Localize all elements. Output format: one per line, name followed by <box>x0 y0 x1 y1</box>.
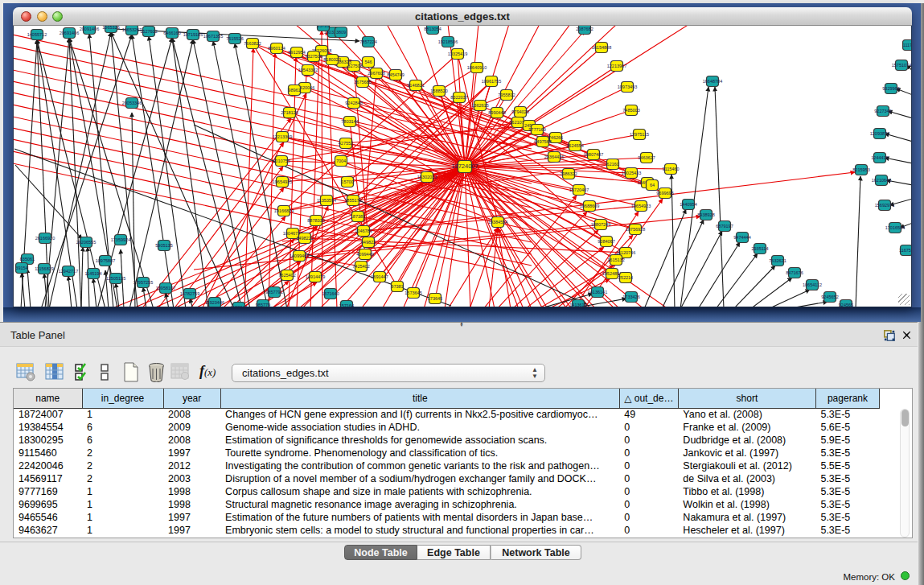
svg-text:1362615: 1362615 <box>471 103 488 108</box>
svg-text:2087682: 2087682 <box>576 27 593 31</box>
svg-text:19654923: 19654923 <box>631 204 651 208</box>
svg-text:12093872: 12093872 <box>870 131 889 136</box>
svg-text:7986322: 7986322 <box>560 171 577 176</box>
svg-text:8215953: 8215953 <box>852 167 869 172</box>
svg-text:15723: 15723 <box>317 26 329 28</box>
svg-text:10543382: 10543382 <box>298 68 318 72</box>
svg-text:14136141: 14136141 <box>588 290 607 295</box>
svg-text:16648784: 16648784 <box>703 79 722 84</box>
svg-text:10975887: 10975887 <box>96 258 115 263</box>
svg-text:1046789: 1046789 <box>355 229 372 233</box>
svg-text:6497568: 6497568 <box>534 139 551 144</box>
svg-text:9463627: 9463627 <box>638 155 655 160</box>
svg-text:1733426: 1733426 <box>622 295 639 299</box>
svg-text:1691447: 1691447 <box>371 274 388 279</box>
svg-text:11923446: 11923446 <box>205 300 224 305</box>
svg-text:12213369: 12213369 <box>273 134 292 139</box>
svg-text:10653267: 10653267 <box>122 27 142 32</box>
svg-text:20206555: 20206555 <box>76 240 96 245</box>
svg-text:10961755: 10961755 <box>482 79 501 84</box>
svg-text:835061: 835061 <box>20 257 35 262</box>
svg-text:949822: 949822 <box>361 240 376 245</box>
svg-text:9327509: 9327509 <box>305 54 322 59</box>
svg-text:546: 546 <box>364 60 372 64</box>
svg-text:9777169: 9777169 <box>528 127 545 132</box>
svg-text:62160: 62160 <box>606 162 618 167</box>
svg-text:7632621: 7632621 <box>769 258 786 263</box>
svg-text:1065326: 1065326 <box>102 26 119 30</box>
svg-text:10025433: 10025433 <box>622 171 641 175</box>
svg-text:6879197: 6879197 <box>716 224 733 229</box>
svg-text:10973493: 10973493 <box>618 84 637 89</box>
svg-text:97381: 97381 <box>391 284 403 289</box>
svg-text:5905135: 5905135 <box>155 243 172 248</box>
svg-text:7515526: 7515526 <box>226 36 243 41</box>
svg-text:64: 64 <box>650 183 655 187</box>
svg-text:10671355: 10671355 <box>203 34 223 39</box>
svg-text:2718126: 2718126 <box>281 110 298 115</box>
svg-text:19166829: 19166829 <box>274 208 294 213</box>
svg-text:10688609: 10688609 <box>580 204 599 208</box>
svg-text:11156829: 11156829 <box>35 266 54 271</box>
svg-text:18807249: 18807249 <box>591 222 610 227</box>
svg-text:26166920: 26166920 <box>35 236 55 241</box>
svg-text:13325419: 13325419 <box>448 51 467 56</box>
svg-text:8180323: 8180323 <box>323 57 340 62</box>
svg-text:8471676: 8471676 <box>786 270 803 275</box>
svg-text:7004: 7004 <box>336 159 346 163</box>
svg-text:18640910: 18640910 <box>467 65 487 70</box>
svg-text:9084067: 9084067 <box>598 239 614 244</box>
svg-text:16154808: 16154808 <box>592 45 611 50</box>
svg-text:9857791: 9857791 <box>265 290 282 295</box>
svg-text:2967608: 2967608 <box>368 71 384 76</box>
svg-text:12505135: 12505135 <box>106 276 125 281</box>
svg-text:7803144: 7803144 <box>341 119 358 124</box>
svg-text:39154: 39154 <box>15 266 27 270</box>
svg-text:7663822: 7663822 <box>244 41 261 46</box>
svg-text:1527602: 1527602 <box>140 29 157 34</box>
svg-text:10654112: 10654112 <box>803 282 822 287</box>
svg-text:8938928: 8938928 <box>697 212 714 217</box>
svg-text:10807487: 10807487 <box>584 152 603 157</box>
svg-text:3624554: 3624554 <box>566 143 583 148</box>
svg-text:11353594: 11353594 <box>317 198 336 203</box>
svg-text:15692971: 15692971 <box>875 203 894 208</box>
svg-text:116753: 116753 <box>899 248 912 253</box>
svg-text:20691406: 20691406 <box>60 31 79 35</box>
svg-text:10958107: 10958107 <box>156 286 175 290</box>
svg-text:173645: 173645 <box>428 296 442 301</box>
svg-text:14099469: 14099469 <box>290 253 309 258</box>
svg-text:1615132: 1615132 <box>607 257 624 262</box>
svg-text:8990448: 8990448 <box>488 110 505 115</box>
svg-text:1571640: 1571640 <box>322 291 339 296</box>
svg-text:8454749: 8454749 <box>387 72 404 77</box>
svg-text:1440954: 1440954 <box>680 202 696 207</box>
svg-text:985779: 985779 <box>256 303 270 307</box>
svg-text:3498222: 3498222 <box>296 236 313 241</box>
svg-text:8813054: 8813054 <box>424 27 441 31</box>
svg-text:10719185: 10719185 <box>183 32 203 37</box>
svg-text:1413614: 1413614 <box>569 303 586 307</box>
svg-text:12975115: 12975115 <box>630 132 649 137</box>
svg-text:16782759: 16782759 <box>180 291 199 296</box>
svg-text:18724007: 18724007 <box>451 163 478 170</box>
svg-text:15302013: 15302013 <box>417 175 437 179</box>
svg-text:10756928: 10756928 <box>626 227 645 232</box>
svg-text:3675685: 3675685 <box>354 80 371 84</box>
svg-text:12213967: 12213967 <box>607 64 626 68</box>
svg-text:8912954: 8912954 <box>288 50 305 55</box>
svg-text:9146821: 9146821 <box>407 83 424 88</box>
svg-text:6466160: 6466160 <box>163 31 180 35</box>
svg-text:16210643: 16210643 <box>872 178 891 183</box>
svg-text:7857224: 7857224 <box>359 39 376 44</box>
svg-text:7955812: 7955812 <box>498 93 515 97</box>
svg-text:7485003: 7485003 <box>622 108 639 113</box>
svg-text:9242848: 9242848 <box>345 101 362 105</box>
svg-text:3809: 3809 <box>336 30 346 35</box>
svg-text:19218506: 19218506 <box>438 39 458 44</box>
svg-text:98961: 98961 <box>288 88 300 93</box>
svg-text:14914479: 14914479 <box>306 274 325 279</box>
svg-text:9474444: 9474444 <box>733 235 750 240</box>
svg-text:19384554: 19384554 <box>488 220 507 225</box>
svg-text:9794028: 9794028 <box>511 109 528 114</box>
